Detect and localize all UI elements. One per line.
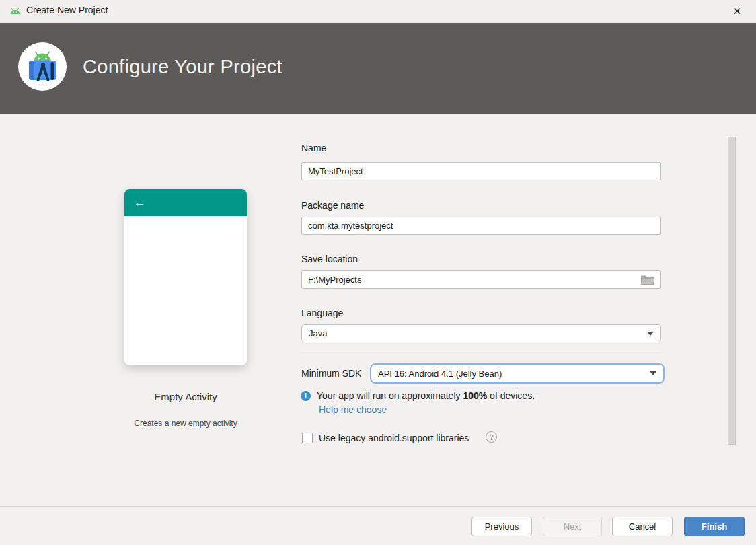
- folder-browse-icon[interactable]: [640, 274, 655, 285]
- window-title: Create New Project: [26, 5, 108, 15]
- name-label: Name: [301, 143, 326, 153]
- chevron-down-icon: [647, 332, 654, 336]
- info-icon: i: [301, 391, 311, 401]
- next-button: Next: [543, 517, 602, 536]
- chevron-down-icon: [650, 371, 656, 375]
- finish-button[interactable]: Finish: [684, 517, 745, 536]
- legacy-support-checkbox[interactable]: [302, 433, 313, 443]
- language-value: Java: [309, 328, 642, 338]
- minimum-sdk-label: Minimum SDK: [301, 368, 361, 379]
- sdk-coverage-prefix: Your app will run on approximately: [317, 390, 463, 401]
- package-name-label: Package name: [301, 200, 364, 211]
- sdk-coverage-percent: 100%: [463, 390, 487, 401]
- activity-preview-card: ←: [124, 189, 247, 365]
- activity-name: Empty Activity: [105, 391, 266, 402]
- language-dropdown[interactable]: Java: [301, 324, 661, 342]
- save-location-label: Save location: [301, 254, 358, 264]
- wizard-banner: Configure Your Project: [0, 23, 756, 114]
- package-name-input[interactable]: [301, 217, 661, 235]
- section-divider: [301, 351, 663, 351]
- sdk-coverage-text: Your app will run on approximately 100% …: [317, 390, 535, 401]
- sdk-coverage-suffix: of devices.: [487, 390, 535, 401]
- language-label: Language: [301, 307, 343, 318]
- titlebar: Create New Project ✕: [0, 0, 756, 23]
- page-title: Configure Your Project: [83, 56, 282, 78]
- create-new-project-dialog: Create New Project ✕ Configure Your Proj…: [0, 0, 756, 545]
- save-location-input[interactable]: [301, 270, 661, 289]
- footer-bar: Previous Next Cancel Finish: [0, 506, 756, 545]
- previous-button[interactable]: Previous: [471, 517, 532, 536]
- minimum-sdk-dropdown[interactable]: API 16: Android 4.1 (Jelly Bean): [370, 363, 665, 384]
- activity-preview-appbar: ←: [124, 189, 247, 216]
- minimum-sdk-value: API 16: Android 4.1 (Jelly Bean): [378, 369, 644, 379]
- name-input[interactable]: [301, 162, 661, 180]
- activity-description: Creates a new empty activity: [98, 419, 273, 428]
- vertical-scrollbar-thumb[interactable]: [728, 137, 736, 445]
- android-head-icon: [9, 5, 22, 17]
- content-area: ← Empty Activity Creates a new empty act…: [0, 114, 756, 506]
- close-icon[interactable]: ✕: [726, 1, 748, 22]
- android-studio-logo-icon: [18, 42, 67, 91]
- help-question-icon[interactable]: ?: [486, 431, 497, 443]
- legacy-support-label: Use legacy android.support libraries: [319, 433, 469, 443]
- cancel-button[interactable]: Cancel: [612, 517, 673, 536]
- back-arrow-icon[interactable]: ←: [124, 189, 146, 216]
- help-me-choose-link[interactable]: Help me choose: [319, 404, 387, 415]
